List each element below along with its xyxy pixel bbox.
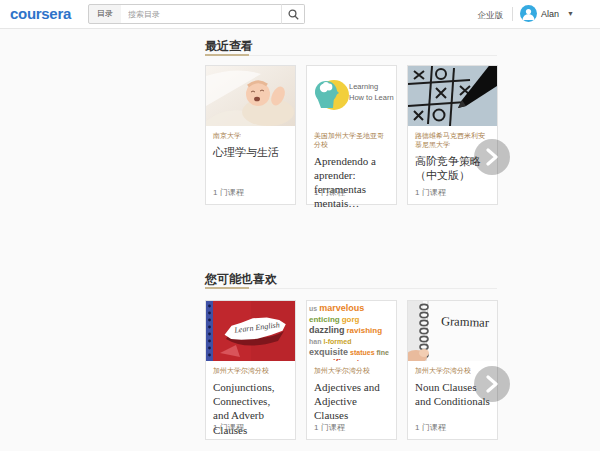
search-icon xyxy=(288,9,299,20)
course-card-adjectives[interactable]: usmarvelousenticinggorgdazzlingravishing… xyxy=(306,300,397,440)
recently-viewed-card-row: 南京大学 心理学与生活 1 门课程 Learning How to Learn xyxy=(205,65,507,205)
tic-tac-toe-photo xyxy=(408,66,497,126)
partner-name: 南京大学 xyxy=(213,132,288,141)
chevron-right-icon[interactable] xyxy=(474,366,510,402)
partner-name: 美国加州大学圣地亚哥分校 xyxy=(314,132,389,150)
logo-caption: Learning How to Learn xyxy=(349,82,394,104)
learn-english-torn-paper: Learn English xyxy=(206,301,295,361)
baby-photo xyxy=(206,66,295,126)
course-card-psychology-and-life[interactable]: 南京大学 心理学与生活 1 门课程 xyxy=(205,65,296,205)
user-name[interactable]: Alan xyxy=(541,9,559,19)
course-card-aprendendo-a-aprender[interactable]: Learning How to Learn 美国加州大学圣地亚哥分校 Apren… xyxy=(306,65,397,205)
course-card-conjunctions[interactable]: Learn English 加州大学尔湾分校 Conjunctions, Con… xyxy=(205,300,296,440)
course-count: 1 门课程 xyxy=(213,187,244,198)
section-title-you-may-also-like: 您可能也喜欢 xyxy=(205,271,277,288)
section-rule xyxy=(205,54,497,57)
course-count: 1 门课程 xyxy=(314,422,345,433)
learning-how-to-learn-logo: Learning How to Learn xyxy=(307,66,396,126)
course-title: Adjectives and Adjective Clauses xyxy=(314,380,389,423)
search-button[interactable] xyxy=(281,4,305,24)
course-count: 1 门课程 xyxy=(415,422,446,433)
section-rule xyxy=(205,287,497,290)
notebook-caption: Grammar xyxy=(434,314,496,331)
course-card-advanced-competitive-strategy[interactable]: 路德维希马克西米利安慕尼黑大学 高阶竞争策略（中文版） 1 门课程 xyxy=(407,65,498,205)
grammar-notebook: Grammar xyxy=(408,301,497,361)
partner-name: 加州大学尔湾分校 xyxy=(213,367,288,376)
word-cloud: usmarvelousenticinggorgdazzlingravishing… xyxy=(307,301,396,361)
top-navigation-bar: coursera 目录 企业版 Alan ▼ xyxy=(0,0,600,29)
course-count: 1 门课程 xyxy=(314,187,345,198)
user-avatar-icon xyxy=(520,5,537,22)
section-title-recently-viewed: 最近查看 xyxy=(205,38,253,55)
partner-name: 加州大学尔湾分校 xyxy=(314,367,389,376)
coursera-logo[interactable]: coursera xyxy=(10,5,71,22)
course-title: Aprendendo a aprender: ferramentas menta… xyxy=(314,154,389,211)
user-avatar[interactable] xyxy=(520,5,537,22)
chevron-down-icon[interactable]: ▼ xyxy=(567,10,574,17)
chevron-right-icon[interactable] xyxy=(474,139,510,175)
recommended-card-row: Learn English 加州大学尔湾分校 Conjunctions, Con… xyxy=(205,300,507,440)
course-count: 1 门课程 xyxy=(213,422,244,433)
header-divider xyxy=(512,7,513,21)
enterprise-link[interactable]: 企业版 xyxy=(478,10,504,22)
course-count: 1 门课程 xyxy=(415,187,446,198)
course-title: 心理学与生活 xyxy=(213,145,288,159)
search-input[interactable] xyxy=(121,4,282,24)
catalog-button[interactable]: 目录 xyxy=(88,4,122,24)
adjectives-word-cloud: usmarvelousenticinggorgdazzlingravishing… xyxy=(307,301,396,361)
